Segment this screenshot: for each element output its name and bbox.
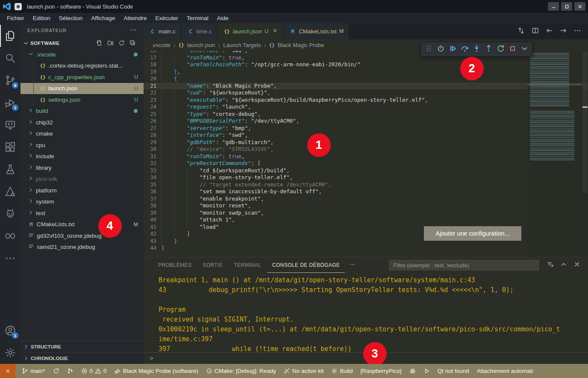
debug-console-output[interactable]: Breakpoint 1, main () at /mnt/data/git/o… <box>144 273 588 352</box>
code-line-31[interactable]: 31"runToMain": true, <box>144 153 588 160</box>
qt-status[interactable]: Qt not found <box>434 364 473 378</box>
debug-target-button[interactable] <box>406 364 420 378</box>
tab-launch-json[interactable]: {}launch.jsonU <box>218 23 284 39</box>
panel-tab-terminal[interactable]: TERMINAL <box>229 257 266 273</box>
breadcrumb-item[interactable]: Black Magic Probe <box>278 42 324 48</box>
menu-edition[interactable]: Edition <box>29 15 55 21</box>
tab-main-c[interactable]: Cmain.c <box>144 23 182 39</box>
panel-tab-problems[interactable]: PROBLÈMES <box>153 257 197 273</box>
code-line-23[interactable]: 23"executable": "${workspaceRoot}/build/… <box>144 97 588 104</box>
tree-item-settings-json[interactable]: {}settings.jsonU <box>21 94 144 106</box>
launch-target[interactable]: [RaspberryPico] <box>357 364 406 378</box>
remote-indicator[interactable] <box>0 364 15 378</box>
code-line-41[interactable]: 41"load" <box>144 224 588 231</box>
tree-item-build[interactable]: build <box>21 106 144 117</box>
close-button[interactable] <box>574 2 585 11</box>
new-file-button[interactable] <box>96 40 103 47</box>
activity-visual-studio[interactable] <box>0 225 21 247</box>
code-line-35[interactable]: 35// "target extended-remote /dev/ttyACM… <box>144 181 588 189</box>
tree-item-pico-sdk[interactable]: pico-sdk <box>21 174 144 185</box>
code-line-33[interactable]: 33"cd ${workspaceRoot}/build", <box>144 167 588 174</box>
activity-more[interactable] <box>0 247 21 269</box>
code-line-36[interactable]: 36"set mem inaccessible-by-default off", <box>144 188 588 195</box>
console-filter-input[interactable] <box>389 260 539 271</box>
code-line-21[interactable]: 21"name": "Black Magic Probe", <box>144 83 588 90</box>
editor-body[interactable]: 16"interface": "swd",17"runToMain": true… <box>144 51 588 257</box>
clear-filter-button[interactable] <box>547 261 554 269</box>
editor-scrollbar[interactable] <box>582 51 588 257</box>
tree-item-platform[interactable]: platform <box>21 185 144 196</box>
tab-cmakelists-txt[interactable]: MCMakeLists.txtM <box>284 23 350 39</box>
split-editor-button[interactable] <box>532 27 539 36</box>
tree-item-system[interactable]: system <box>21 196 144 208</box>
tree-item-launch-json[interactable]: {}launch.jsonU <box>21 83 144 94</box>
code-line-22[interactable]: 22"cwd": "${workspaceRoot}", <box>144 89 588 97</box>
sidebar-section-structure[interactable]: STRUCTURE <box>21 341 144 352</box>
code-line-40[interactable]: 40"attach 1", <box>144 216 588 224</box>
navigate-back-button[interactable] <box>546 27 553 36</box>
activity-source-control[interactable]: 9 <box>0 69 21 92</box>
breadcrumb-item[interactable]: .vscode <box>151 42 171 48</box>
activity-settings[interactable] <box>0 342 21 364</box>
tab-close-button[interactable] <box>272 28 278 35</box>
code-line-27[interactable]: 27"servertype": "bmp", <box>144 125 588 132</box>
code-line-24[interactable]: 24"request": "launch", <box>144 103 588 111</box>
collapse-all-button[interactable] <box>129 40 136 47</box>
breadcrumb-item[interactable]: launch.json <box>187 42 215 48</box>
tree-item-library[interactable]: library <box>21 162 144 174</box>
run-target-button[interactable] <box>420 364 434 378</box>
activity-cmake[interactable] <box>0 180 21 203</box>
panel-tab-output[interactable]: SORTIE <box>197 257 228 273</box>
code-line-25[interactable]: 25"type": "cortex-debug", <box>144 111 588 118</box>
refresh-button[interactable] <box>118 40 125 47</box>
git-branch[interactable]: main* <box>18 364 49 378</box>
continue-button[interactable] <box>449 44 457 54</box>
auto-attach[interactable]: Attachement automati <box>473 364 537 378</box>
menu-fichier[interactable]: Fichier <box>3 15 29 21</box>
code-line-37[interactable]: 37"enable breakpoint", <box>144 195 588 203</box>
activity-run-debug[interactable]: 1 <box>0 92 21 114</box>
code-line-19[interactable]: 19}, <box>144 68 588 76</box>
minimize-button[interactable] <box>548 2 559 11</box>
add-configuration-button[interactable]: Ajouter une configuration... <box>424 226 521 241</box>
tree-item-cmakelists-txt[interactable]: MCMakeLists.txtM <box>21 219 144 230</box>
tree-item-gd32vf103-ozone-jdebug[interactable]: gd32vf103_ozone.jdebug <box>21 230 144 242</box>
tree-item-samd21-ozone-jdebug[interactable]: samd21_ozone.jdebug <box>21 242 144 253</box>
code-line-18[interactable]: 18"armToolchainPath": "/opt/gcc-arm-none… <box>144 61 588 68</box>
code-line-30[interactable]: 30// "device": "STM32L431VC", <box>144 146 588 153</box>
tree-item-test[interactable]: test <box>21 207 144 219</box>
code-line-29[interactable]: 29"gdbPath": "gdb-multiarch", <box>144 139 588 146</box>
code-line-39[interactable]: 39"monitor swdp_scan", <box>144 210 588 217</box>
code-line-26[interactable]: 26"BMPGDBSerialPort": "/dev/ttyACM0", <box>144 118 588 125</box>
close-panel-button[interactable] <box>573 261 580 269</box>
menu-exécuter[interactable]: Exécuter <box>151 15 182 21</box>
step-out-button[interactable] <box>485 44 493 54</box>
code-line-44[interactable]: 44] <box>144 245 588 252</box>
menu-affichage[interactable]: Affichage <box>87 15 119 21</box>
tree-item-c-cpp-properties-json[interactable]: {}c_cpp_properties.jsonU <box>21 71 144 83</box>
step-over-button[interactable] <box>461 44 469 54</box>
menu-sélection[interactable]: Sélection <box>55 15 87 21</box>
menu-aide[interactable]: Aide <box>213 15 233 21</box>
active-kit[interactable]: No active kit <box>280 364 328 378</box>
scrollbar-thumb[interactable] <box>582 52 588 193</box>
tree-item-cmake[interactable]: cmake <box>21 128 144 140</box>
toolbar-drag-handle[interactable] <box>425 44 433 54</box>
breadcrumb-item[interactable]: Launch Targets <box>223 42 261 48</box>
menu-terminal[interactable]: Terminal <box>182 15 213 21</box>
maximize-button[interactable] <box>561 2 572 11</box>
scm-graph[interactable] <box>63 364 77 378</box>
debug-configuration[interactable]: Black Magic Probe (software) <box>111 364 202 378</box>
code-line-42[interactable]: 42] <box>144 230 588 238</box>
code-line-20[interactable]: 20{ <box>144 75 588 83</box>
tree-item-chip32[interactable]: chip32 <box>21 117 144 128</box>
tab-time-c[interactable]: Ctime.c <box>182 23 218 39</box>
code-area[interactable]: 16"interface": "swd",17"runToMain": true… <box>144 51 588 252</box>
activity-accounts[interactable]: 1 <box>0 319 21 342</box>
build-button[interactable]: Build <box>327 364 356 378</box>
open-changes-button[interactable] <box>517 27 525 36</box>
code-line-32[interactable]: 32"preRestartCommands": [ <box>144 160 588 167</box>
sidebar-section-chronologie[interactable]: CHRONOLOGIE <box>21 352 144 364</box>
panel-more-actions[interactable] <box>346 261 359 269</box>
activity-search[interactable] <box>0 47 21 69</box>
